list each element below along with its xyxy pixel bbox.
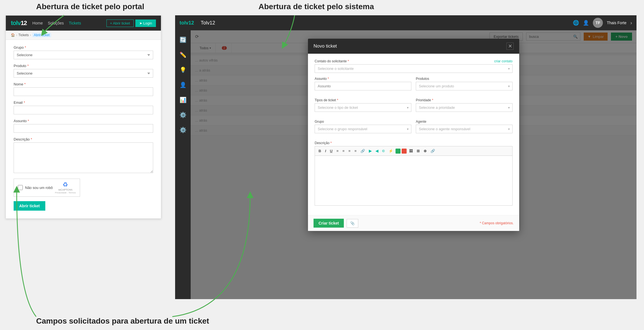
prioridade-select-wrap: Selecione a prioridade [416,103,513,112]
rte-color-green-button[interactable] [396,149,401,154]
tipos-select[interactable]: Selecione o tipo de ticket [315,103,411,112]
paperclip-icon: 📎 [350,221,355,225]
system-topbar: tolv12 Tolv12 🌐 👤 TF Thais Forte › [175,15,636,30]
modal-title: Novo ticket [314,43,337,49]
rte-bold-button[interactable]: B [317,148,322,154]
rte-indent-button[interactable]: ▶ [367,148,373,154]
captcha-label: Não sou um robô [25,186,53,190]
modal-body: Contato do solicitante * criar contato S… [308,54,519,215]
modal-field-produtos: Produtos Selecione um produto [416,77,513,90]
captcha-row: Não sou um robô ♻ reCAPTCHA Privacidade … [14,179,153,197]
nav-link-home[interactable]: Home [33,21,43,25]
modal-row-tipos-prioridade: Tipos de ticket * Selecione o tipo de ti… [315,98,513,116]
rte-copy-button[interactable]: © [381,148,386,154]
captcha-checkbox[interactable] [18,185,23,190]
contato-select-wrap: Selecione o solicitante [315,64,513,73]
modal-field-grupo: Grupo Selecione o grupo responsável [315,120,411,133]
modal-field-assunto: Assunto * [315,77,411,90]
modal-row-grupo-agente: Grupo Selecione o grupo responsável Agen… [315,120,513,137]
modal-field-tipos: Tipos de ticket * Selecione o tipo de ti… [315,98,411,112]
rte-link-button[interactable]: 🔗 [359,148,366,154]
criar-ticket-button[interactable]: Criar ticket [314,219,344,228]
rte-media-button[interactable]: ⊕ [422,148,428,154]
nav-link-tickets[interactable]: Tickets [69,21,81,25]
form-label-email: Email * [14,100,153,105]
form-select-grupo[interactable]: Selecione [14,51,153,59]
form-label-descricao: Descrição * [14,137,153,141]
attach-button[interactable]: 📎 [347,219,358,228]
rte-italic-button[interactable]: I [324,148,327,154]
sidebar-item-bulb[interactable]: 💡 [178,65,188,75]
system-sidebar: 🔄 ✏️ 💡 👤 📊 ⚙️ ⚙️ [175,30,191,299]
modal-field-agente: Agente Selecione o agente responsável [416,120,513,133]
modal-label-assunto: Assunto * [315,77,411,81]
system-logo-suffix: 12 [188,20,194,26]
rte-aligncenter-button[interactable]: ≡ [341,148,346,154]
sidebar-item-refresh[interactable]: 🔄 [178,35,188,45]
system-panel: tolv12 Tolv12 🌐 👤 TF Thais Forte › 🔄 ✏️ … [175,15,636,299]
prioridade-select[interactable]: Selecione a prioridade [416,103,513,112]
contato-select[interactable]: Selecione o solicitante [315,64,513,73]
user-icon[interactable]: 👤 [583,20,589,26]
user-avatar[interactable]: TF [593,18,603,28]
portal-nav-buttons: + Abrir ticket ➤ Login [106,19,156,27]
rte-alignright-button[interactable]: ≡ [347,148,352,154]
portal-ticket-form: Grupo * Selecione Produto * Selecione No… [6,40,161,218]
sidebar-item-user[interactable]: 👤 [178,80,188,90]
grupo-select[interactable]: Selecione o grupo responsável [315,125,411,133]
form-select-produto[interactable]: Selecione [14,69,153,78]
modal-label-tipos: Tipos de ticket * [315,98,411,102]
rte-color-red-button[interactable] [402,149,407,154]
tipos-select-wrap: Selecione o tipo de ticket [315,103,411,112]
modal-label-contato: Contato do solicitante * criar contato [315,59,513,63]
form-textarea-descricao[interactable] [14,142,153,173]
rte-underline-button[interactable]: U [329,148,334,154]
nav-login-button[interactable]: ➤ Login [135,19,156,27]
modal-field-prioridade: Prioridade * Selecione a prioridade [416,98,513,112]
rte-link2-button[interactable]: 🔗 [429,148,436,154]
sidebar-item-settings2[interactable]: ⚙️ [178,125,188,135]
rte-special-button[interactable]: ⚡ [387,148,394,154]
nav-link-solucoes[interactable]: Soluções [48,21,64,25]
globe-icon[interactable]: 🌐 [573,20,579,26]
rte-justify-button[interactable]: ≡ [353,148,358,154]
rte-alignleft-button[interactable]: ≡ [335,148,340,154]
breadcrumb-home[interactable]: 🏠 [11,33,15,37]
system-topbar-right: 🌐 👤 TF Thais Forte › [573,18,632,28]
user-name: Thais Forte [607,21,626,25]
modal-overlay: Novo ticket ✕ Contato do solicitante * c… [191,30,636,299]
annotation-bottom: Campos solicitados para abertura de um t… [36,317,209,326]
sidebar-item-chart[interactable]: 📊 [178,95,188,105]
system-app-name: Tolv12 [201,20,215,26]
form-group-produto: Produto * Selecione [14,64,153,78]
produtos-select[interactable]: Selecione um produto [416,82,513,90]
form-label-grupo: Grupo * [14,45,153,50]
sidebar-item-settings[interactable]: ⚙️ [178,110,188,120]
form-group-grupo: Grupo * Selecione [14,45,153,59]
portal-navbar: tolv12 Home Soluções Tickets + Abrir tic… [6,16,161,31]
form-input-nome[interactable] [14,87,153,96]
sidebar-item-edit[interactable]: ✏️ [178,50,188,60]
form-input-email[interactable] [14,106,153,114]
rte-area[interactable] [315,156,513,206]
chevron-right-icon[interactable]: › [630,20,632,26]
rte-outdent-button[interactable]: ◀ [374,148,380,154]
modal-field-descricao: Descrição * B I U ≡ ≡ ≡ ≡ 🔗 [315,141,513,206]
rte-image-button[interactable]: 🖼 [408,148,414,154]
annotation-top-left: Abertura de ticket pelo portal [36,2,144,11]
criar-contato-link[interactable]: criar contato [494,59,513,63]
modal-footer: Criar ticket 📎 * Campos obrigatórios. [308,215,519,231]
submit-portal-button[interactable]: Abrir ticket [14,201,45,211]
breadcrumb-tickets[interactable]: Tickets [18,33,29,37]
modal-header: Novo ticket ✕ [308,39,519,54]
nav-abrir-ticket-button[interactable]: + Abrir ticket [106,19,134,27]
modal-close-button[interactable]: ✕ [506,43,514,50]
form-group-email: Email * [14,100,153,114]
assunto-input[interactable] [315,82,411,90]
rte-table-button[interactable]: ⊞ [415,148,421,154]
agente-select[interactable]: Selecione o agente responsável [416,125,513,133]
portal-logo-prefix: tolv [11,19,21,26]
form-input-assunto[interactable] [14,124,153,133]
form-label-assunto: Assunto * [14,119,153,123]
form-group-assunto: Assunto * [14,119,153,133]
